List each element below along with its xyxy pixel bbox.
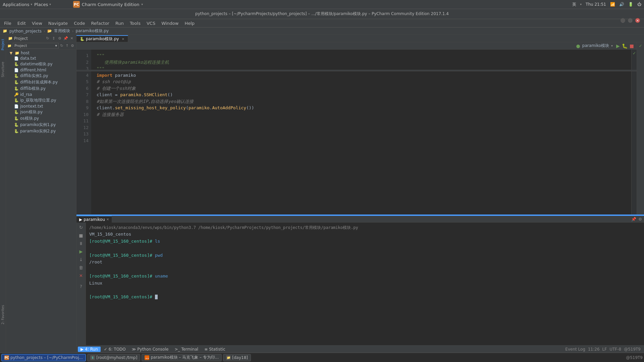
taskbar-pycharm-label: python_projects – [~/PyCharmProj...	[10, 355, 83, 360]
panel-settings-icon[interactable]: ⚙	[638, 217, 642, 222]
statistic-tab[interactable]: ≡ Statistic	[202, 347, 228, 352]
code-content[interactable]: """ 使用模块paramiko远程连接主机 """ import parami…	[91, 50, 631, 215]
sync-icon[interactable]: ↻	[45, 36, 50, 41]
close-run-btn[interactable]: ✕	[78, 272, 85, 279]
editor-container: 🐍 paramiko模块.py ✕ ● param	[76, 35, 644, 353]
run-config-dropdown[interactable]: ● paramiko模块 ▾ ▶ 🐛 ■	[576, 43, 634, 49]
file-icon-json: 📄	[14, 104, 19, 109]
toolbar-refresh[interactable]: ↻	[59, 44, 64, 48]
terminal-output[interactable]: /home/kiosk/anaconda3/envs/wps/bin/pytho…	[86, 223, 644, 345]
menu-run[interactable]: Run	[113, 20, 126, 26]
py-icon-difflib-script: 🐍	[14, 80, 19, 85]
taskbar-terminal[interactable]: $ [root@myhost:/tmp]	[87, 354, 140, 361]
resume-btn[interactable]: ▶	[78, 248, 85, 255]
places-menu[interactable]: Places ▾	[34, 2, 51, 7]
pin-icon[interactable]: 📌	[63, 36, 68, 41]
stop-btn[interactable]: ■	[78, 232, 85, 239]
python-console-tab[interactable]: ≫ Python Console	[129, 347, 171, 352]
file-icon-html: 📄	[14, 68, 19, 72]
tree-data-txt[interactable]: 📄 data.txt	[6, 56, 76, 61]
tree-os-module[interactable]: 🐍 os模块.py	[6, 115, 76, 122]
taskbar-browser[interactable]: 🦊 paramiko模块 – 马克飞象 – 专为印...	[142, 354, 222, 361]
project-side-tab[interactable]: Project	[1, 38, 5, 52]
run-play-btn[interactable]: ▶	[616, 43, 620, 49]
tab-close-btn[interactable]: ✕	[122, 37, 124, 41]
breadcrumb-folder[interactable]: 常用模块	[54, 28, 70, 34]
places-arrow: ▾	[49, 3, 51, 6]
run-tab-icon: ▶	[79, 217, 82, 222]
tree-difflib-module[interactable]: 🐍 difflib模块.py	[6, 85, 76, 92]
project-panel-header: 📁 Project ↻ ↕ ⚙ 📌 ✕	[6, 35, 76, 42]
panel-pin-icon[interactable]: 📌	[631, 217, 636, 222]
favorites-side-tab[interactable]: 2: Favorites	[1, 304, 5, 326]
expand-icon[interactable]: ↕	[51, 36, 56, 41]
maximize-button[interactable]: □	[628, 18, 633, 23]
tree-root[interactable]: ▼ 📁 host	[6, 50, 76, 56]
run-debug-btn[interactable]: 🐛	[622, 43, 628, 49]
toolbar-settings2[interactable]: ⚙	[70, 44, 75, 48]
tree-datetime[interactable]: 🐍 datetime模块.py	[6, 61, 76, 67]
run-bottom-tab[interactable]: ▶ 4: Run	[78, 347, 101, 352]
tree-ip-geo[interactable]: 🐍 ip_获取地理位置.py	[6, 97, 76, 104]
run-green-dot: ●	[576, 43, 580, 49]
project-dropdown[interactable]: Project ▾	[13, 43, 59, 49]
applications-menu[interactable]: Applications ▾	[3, 2, 32, 7]
clear-btn[interactable]: 🗑	[78, 264, 85, 271]
rerun-btn[interactable]: ↻	[78, 224, 85, 231]
taskbar-clock: @519T9	[626, 355, 643, 360]
terminal-blank1	[89, 245, 641, 252]
taskbar: PC python_projects – [~/PyCharmProj... $…	[0, 353, 644, 362]
run-stop-btn[interactable]: ■	[630, 43, 634, 49]
toolbar-collapse[interactable]: ↑	[65, 44, 69, 48]
bottom-panel-content: ↻ ■ ⏸ ▶ ↓ 🗑 ✕ ? /home/kiosk/anaconda3/en…	[76, 223, 644, 345]
menu-vcs[interactable]: VCS	[144, 20, 158, 26]
menu-navigate[interactable]: Navigate	[46, 20, 70, 26]
battery-icon: 🔋	[628, 2, 633, 7]
taskbar-pycharm[interactable]: PC python_projects – [~/PyCharmProj...	[1, 354, 86, 361]
tree-difflib1[interactable]: 🐍 difflib实例1.py	[6, 73, 76, 79]
system-menu[interactable]: ⏻	[637, 2, 641, 7]
root-label: host	[21, 51, 30, 55]
todo-bottom-tab[interactable]: ✓ 6: TODO	[101, 347, 128, 352]
tree-paramiko1[interactable]: 🐍 paramiko实例1.py	[6, 122, 76, 128]
close-button[interactable]: ✕	[635, 18, 640, 23]
tree-json-module[interactable]: 🐍 json模块.py	[6, 109, 76, 115]
tree-id-rsa[interactable]: 🔑 id_rsa	[6, 92, 76, 97]
bottom-panel-controls: 📌 ⚙	[631, 217, 644, 222]
hide-icon[interactable]: ✕	[69, 36, 74, 41]
pause-btn[interactable]: ⏸	[78, 240, 85, 247]
menu-tools[interactable]: Tools	[127, 20, 143, 26]
terminal-tab[interactable]: >_ Terminal	[172, 347, 201, 352]
tree-paramiko2[interactable]: 🐍 paramiko实例2.py	[6, 128, 76, 134]
project-icon: 📁	[3, 29, 7, 33]
tab-label: paramiko模块.py	[86, 36, 119, 42]
applications-label: Applications	[3, 2, 29, 7]
editor-tab-paramiko[interactable]: 🐍 paramiko模块.py ✕	[76, 35, 128, 42]
event-log-btn[interactable]: Event Log	[565, 347, 585, 352]
tree-jsontext[interactable]: 📄 jsontext.txt	[6, 104, 76, 109]
menu-refactor[interactable]: Refactor	[88, 20, 112, 26]
menu-file[interactable]: File	[1, 20, 14, 26]
tree-difflib-script[interactable]: 🐍 difflib封装成脚本.py	[6, 79, 76, 85]
structure-side-tab[interactable]: Structure	[1, 60, 5, 79]
settings-icon[interactable]: ⚙	[57, 36, 62, 41]
bottom-bar-right: Event Log 11:26 LF UTF-8 @519T9	[565, 347, 643, 352]
right-sidebar-panel: ✓	[637, 42, 644, 215]
breadcrumb-project[interactable]: python_projects	[9, 29, 42, 34]
menu-view[interactable]: View	[29, 20, 45, 26]
help-btn[interactable]: ?	[78, 283, 85, 290]
menu-edit[interactable]: Edit	[15, 20, 29, 26]
charm-app[interactable]: PC Charm Community Edition ▾	[73, 1, 143, 8]
tree-diffirent[interactable]: 📄 diffirent.html	[6, 67, 76, 73]
scroll-btn[interactable]: ↓	[78, 256, 85, 263]
run-tab-close[interactable]: ✕	[106, 218, 109, 221]
run-tab[interactable]: ▶ paramikou ✕	[76, 216, 112, 223]
statistic-label: Statistic	[209, 347, 225, 352]
menu-window[interactable]: Window	[159, 20, 181, 26]
menu-help[interactable]: Help	[182, 20, 197, 26]
charm-name: Charm Community Edition	[82, 2, 140, 7]
minimize-button[interactable]: _	[621, 18, 625, 23]
project-icon-small: 📁	[7, 44, 11, 48]
taskbar-folder[interactable]: 📁 [day18]	[223, 354, 251, 361]
menu-code[interactable]: Code	[71, 20, 88, 26]
